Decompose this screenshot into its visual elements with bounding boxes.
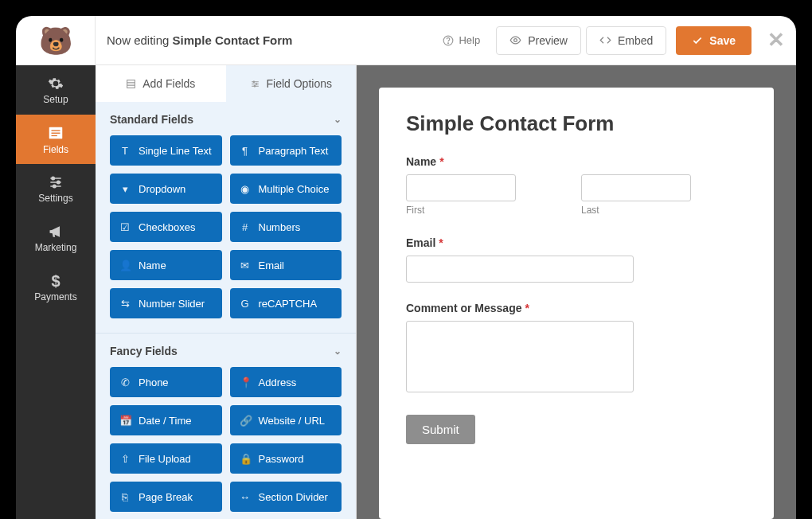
field-label: Single Line Text (139, 145, 212, 157)
eye-icon (509, 34, 521, 46)
tab-field-options[interactable]: Field Options (226, 65, 357, 102)
chevron-down-icon: ⌄ (334, 345, 342, 357)
preview-button[interactable]: Preview (496, 26, 581, 55)
nav-payments-label: Payments (34, 291, 76, 302)
nav-settings[interactable]: Settings (16, 164, 96, 213)
tab-field-options-label: Field Options (267, 77, 332, 90)
field-file-upload[interactable]: ⇧File Upload (110, 443, 222, 474)
help-link[interactable]: Help (431, 28, 491, 53)
nav-marketing-label: Marketing (35, 242, 77, 253)
field-label: Dropdown (139, 183, 185, 195)
field-phone[interactable]: ✆Phone (110, 367, 222, 397)
nav-marketing[interactable]: Marketing (16, 213, 96, 263)
nav-setup[interactable]: Setup (16, 65, 96, 115)
embed-button[interactable]: Embed (586, 26, 666, 55)
field-number-slider[interactable]: ⇆Number Slider (110, 288, 222, 318)
checkbox-icon: ☑ (119, 221, 131, 233)
field-label: Name (139, 260, 166, 271)
app-logo: 🐻 (16, 16, 96, 65)
svg-point-10 (52, 177, 54, 179)
nav-payments[interactable]: $ Payments (16, 263, 96, 312)
name-label: Name * (406, 155, 747, 168)
field-password[interactable]: 🔒Password (230, 443, 342, 474)
required-asterisk: * (525, 302, 529, 314)
radio-icon: ◉ (240, 183, 251, 195)
comment-textarea[interactable] (406, 321, 634, 392)
field-single-line-text[interactable]: TSingle Line Text (110, 135, 222, 166)
check-icon (692, 35, 703, 46)
recaptcha-icon: G (240, 298, 251, 310)
svg-point-2 (514, 39, 517, 42)
svg-point-11 (57, 181, 60, 183)
nav-setup-label: Setup (43, 94, 68, 105)
last-name-input[interactable] (581, 174, 691, 201)
save-label: Save (709, 34, 736, 47)
field-date-time[interactable]: 📅Date / Time (110, 405, 222, 435)
nav-fields[interactable]: Fields (16, 115, 96, 164)
field-website-url[interactable]: 🔗Website / URL (230, 405, 342, 435)
envelope-icon: ✉ (240, 260, 251, 271)
field-name[interactable]: 👤Name (110, 250, 222, 280)
field-label: File Upload (139, 453, 191, 465)
svg-point-21 (254, 85, 256, 87)
field-recaptcha[interactable]: GreCAPTCHA (230, 288, 342, 318)
mascot-icon: 🐻 (39, 27, 72, 54)
field-label: Paragraph Text (259, 145, 329, 157)
left-nav: Setup Fields Settings Marketing (16, 65, 96, 519)
field-dropdown[interactable]: ▾Dropdown (110, 174, 222, 204)
standard-fields-title: Standard Fields (110, 113, 193, 126)
field-label: Date / Time (139, 415, 191, 427)
form-icon (47, 124, 64, 142)
text-icon: T (119, 145, 131, 157)
fields-panel: Add Fields Field Options Standard Fields… (96, 65, 357, 519)
close-button[interactable]: ✕ (767, 28, 785, 53)
code-icon (599, 34, 611, 46)
field-numbers[interactable]: #Numbers (230, 212, 342, 242)
calendar-icon: 📅 (119, 415, 131, 427)
field-label: Password (259, 453, 304, 465)
field-label: Checkboxes (139, 221, 196, 233)
dollar-icon: $ (51, 273, 60, 289)
field-section-divider[interactable]: ↔Section Divider (230, 482, 342, 512)
comment-label-text: Comment or Message (406, 302, 521, 314)
form-preview: Simple Contact Form Name * First Las (379, 88, 774, 519)
section-standard-fields: Standard Fields ⌄ TSingle Line Text ¶Par… (96, 102, 356, 334)
editing-form-name: Simple Contact Form (173, 33, 293, 47)
field-label: Page Break (139, 491, 193, 503)
help-icon (443, 35, 454, 46)
email-label-text: Email (406, 236, 435, 249)
svg-point-19 (253, 80, 255, 82)
preview-label: Preview (528, 34, 568, 47)
person-icon: 👤 (119, 260, 131, 271)
fancy-fields-header[interactable]: Fancy Fields ⌄ (110, 345, 342, 357)
field-label: reCAPTCHA (259, 298, 318, 310)
first-name-input[interactable] (406, 174, 516, 201)
required-asterisk: * (439, 155, 443, 168)
field-label: Address (259, 377, 297, 388)
svg-rect-4 (52, 130, 61, 131)
field-checkboxes[interactable]: ☑Checkboxes (110, 212, 222, 242)
tab-add-fields[interactable]: Add Fields (96, 65, 226, 102)
field-email[interactable]: ✉Email (230, 250, 342, 280)
svg-rect-5 (52, 132, 61, 133)
top-bar: 🐻 Now editing Simple Contact Form Help P… (16, 16, 796, 65)
options-icon (250, 79, 260, 89)
gear-icon (48, 76, 64, 92)
slider-icon: ⇆ (119, 298, 131, 310)
field-label: Website / URL (259, 415, 326, 427)
standard-fields-header[interactable]: Standard Fields ⌄ (110, 113, 342, 126)
field-paragraph-text[interactable]: ¶Paragraph Text (230, 135, 342, 166)
chevron-down-icon: ⌄ (334, 114, 342, 125)
pin-icon: 📍 (240, 377, 251, 388)
submit-label: Submit (422, 423, 459, 436)
field-address[interactable]: 📍Address (230, 367, 342, 397)
field-multiple-choice[interactable]: ◉Multiple Choice (230, 174, 342, 204)
submit-button[interactable]: Submit (406, 415, 475, 444)
save-button[interactable]: Save (676, 26, 751, 55)
email-label: Email * (406, 236, 747, 249)
embed-label: Embed (618, 34, 653, 47)
now-editing-label: Now editing Simple Contact Form (107, 33, 292, 47)
field-page-break[interactable]: ⎘Page Break (110, 482, 222, 512)
email-input[interactable] (406, 256, 634, 283)
grid-icon (126, 79, 136, 89)
